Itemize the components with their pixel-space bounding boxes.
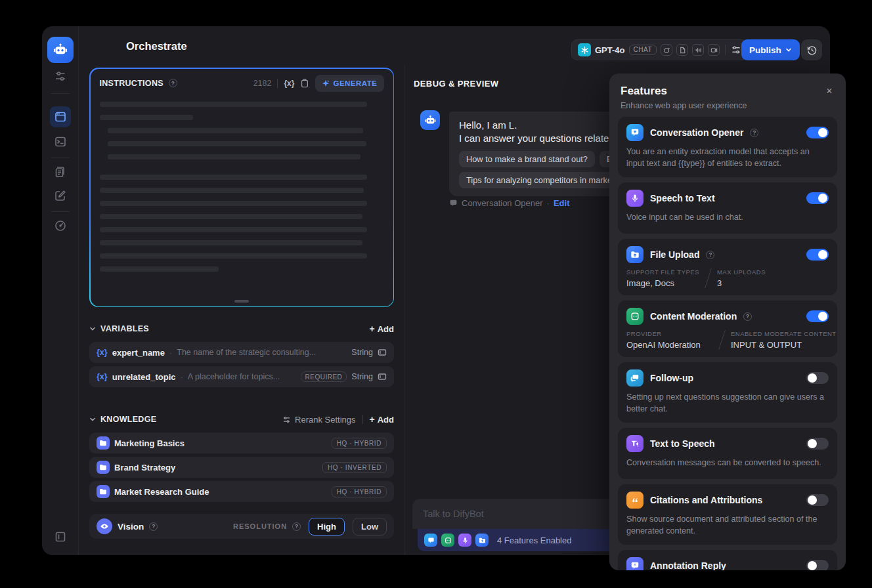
- knowledge-row[interactable]: Market Research Guide HQ · HYBRID: [89, 481, 394, 502]
- variable-name: unrelated_topic: [112, 372, 176, 382]
- divider: [277, 79, 278, 88]
- conversation-opener-icon: [626, 124, 643, 141]
- knowledge-row[interactable]: Marketing Basics HQ · HYBRID: [89, 432, 394, 453]
- model-name: GPT-4o: [595, 45, 625, 55]
- citations-toggle[interactable]: [806, 494, 829, 506]
- speech-to-text-toggle[interactable]: [806, 192, 829, 204]
- robot-icon: [424, 114, 437, 127]
- add-label: Add: [378, 324, 394, 334]
- model-params-icon[interactable]: [731, 45, 741, 55]
- variable-row[interactable]: {x} unrelated_topic A placeholder for to…: [89, 366, 394, 387]
- sidebar-item-api[interactable]: [50, 131, 71, 152]
- history-clock-icon: [806, 45, 817, 56]
- feature-card-content-moderation: Content Moderation PROVIDER OpenAI Moder…: [618, 301, 837, 357]
- feature-title: Speech to Text: [650, 193, 715, 203]
- sidebar-item-logs[interactable]: [50, 161, 71, 182]
- annotation-reply-toggle[interactable]: [806, 560, 829, 570]
- help-icon: [292, 522, 301, 531]
- meta-value: 3: [717, 278, 766, 288]
- instructions-panel: INSTRUCTIONS 2182 {x} GENERATE: [89, 68, 394, 307]
- feature-title: Text to Speech: [650, 438, 715, 449]
- input-field-icon: [378, 348, 387, 357]
- feature-title: Content Moderation: [650, 311, 737, 322]
- resolution-high-button[interactable]: High: [309, 518, 345, 536]
- sidebar-item-monitoring[interactable]: [50, 215, 71, 236]
- text-to-speech-toggle[interactable]: [806, 438, 829, 450]
- add-variable-button[interactable]: Add: [370, 324, 394, 334]
- citations-icon: [626, 492, 643, 509]
- variable-row[interactable]: {x} expert_name The name of the strategi…: [89, 342, 394, 363]
- chevron-down-icon[interactable]: [89, 416, 96, 423]
- knowledge-badge: HQ · HYBRID: [332, 486, 387, 497]
- meta-value: INPUT & OUTPUT: [731, 340, 829, 350]
- feature-cards: Conversation Opener You are an entity ex…: [618, 117, 837, 570]
- required-badge: REQUIRED: [301, 371, 347, 382]
- app-logo-robot-icon[interactable]: [47, 37, 74, 63]
- sidebar-item-settings[interactable]: [50, 66, 71, 87]
- folder-icon: [97, 485, 110, 498]
- copy-clipboard-icon[interactable]: [300, 79, 309, 88]
- edit-opener-link[interactable]: Edit: [554, 198, 570, 208]
- rerank-settings-button[interactable]: Rerank Settings: [282, 415, 356, 425]
- meta-value: OpenAI Moderation: [626, 340, 713, 350]
- insert-variable-button[interactable]: {x}: [284, 79, 294, 88]
- robot-icon: [53, 42, 68, 58]
- meta-label: MAX UPLOADS: [717, 268, 766, 276]
- edit-square-icon: [54, 189, 67, 202]
- screen: Orchestrate GPT-4o CHAT: [0, 0, 872, 588]
- close-icon[interactable]: [822, 84, 837, 98]
- help-icon: [149, 522, 158, 531]
- chevron-down-icon[interactable]: [89, 326, 96, 332]
- model-mode-badge: CHAT: [629, 45, 657, 55]
- meta-label: ENABLED MODERATE CONTENT: [731, 330, 829, 337]
- variable-description: A placeholder for topics...: [188, 372, 296, 381]
- file-upload-toggle[interactable]: [806, 249, 829, 261]
- follow-up-toggle[interactable]: [806, 372, 829, 384]
- feature-card-follow-up: Follow-up Setting up next questions sugg…: [618, 362, 837, 423]
- content-moderation-mini-icon: [441, 534, 454, 547]
- dot-separator: [547, 197, 550, 209]
- variable-type: String: [351, 348, 373, 357]
- feature-card-speech-to-text: Speech to Text Voice input can be used i…: [618, 182, 837, 234]
- publish-label: Publish: [749, 45, 781, 55]
- add-knowledge-button[interactable]: Add: [370, 414, 394, 425]
- sidebar-item-orchestrate[interactable]: [50, 106, 71, 127]
- knowledge-name: Brand Strategy: [114, 463, 318, 472]
- model-selector[interactable]: GPT-4o CHAT: [571, 39, 748, 60]
- instructions-text-skeleton[interactable]: [100, 102, 384, 280]
- slash-divider: [705, 268, 712, 288]
- feature-card-conversation-opener: Conversation Opener You are an entity ex…: [618, 117, 837, 177]
- generate-label: GENERATE: [333, 79, 377, 87]
- help-icon: [706, 251, 714, 259]
- resolution-label: RESOLUTION: [233, 522, 287, 530]
- suggestion-chip[interactable]: Tips for analyzing competitors in market: [459, 172, 622, 188]
- publish-button[interactable]: Publish: [741, 39, 800, 60]
- knowledge-badge: HQ · HYBRID: [332, 438, 387, 449]
- sidebar-collapse-button[interactable]: [53, 529, 68, 545]
- generate-button[interactable]: GENERATE: [315, 75, 383, 92]
- suggestion-chip[interactable]: How to make a brand stand out?: [459, 151, 595, 167]
- knowledge-section: KNOWLEDGE Rerank Settings Add Marketing …: [89, 410, 394, 502]
- knowledge-name: Market Research Guide: [114, 487, 327, 497]
- feature-description: Setting up next questions suggestion can…: [626, 392, 829, 415]
- version-history-button[interactable]: [801, 39, 822, 60]
- annotation-reply-icon: [626, 557, 643, 570]
- feature-card-file-upload: File Upload SUPPORT FILE TYPES Image, Do…: [618, 239, 837, 295]
- resolution-low-button[interactable]: Low: [353, 518, 387, 536]
- text-to-speech-icon: [626, 435, 643, 452]
- video-capability-icon: [708, 44, 720, 56]
- folder-icon: [97, 461, 110, 474]
- openai-logo-icon: [578, 43, 591, 56]
- feature-title: Annotation Reply: [650, 560, 726, 570]
- features-title: Features: [621, 85, 667, 98]
- sidebar-item-annotations[interactable]: [50, 185, 71, 206]
- resize-handle[interactable]: [234, 300, 249, 303]
- eye-icon: [97, 518, 112, 534]
- content-moderation-toggle[interactable]: [806, 310, 829, 322]
- gauge-icon: [54, 219, 67, 232]
- feature-title: Conversation Opener: [650, 127, 743, 138]
- feature-card-text-to-speech: Text to Speech Conversation messages can…: [618, 428, 837, 479]
- knowledge-row[interactable]: Brand Strategy HQ · INVERTED: [89, 457, 394, 478]
- conversation-opener-toggle[interactable]: [806, 127, 829, 138]
- slash-divider: [718, 330, 726, 350]
